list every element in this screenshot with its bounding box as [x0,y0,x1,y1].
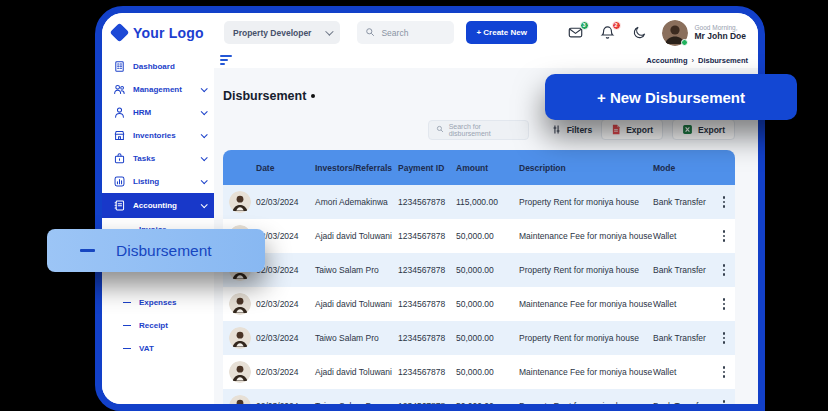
menu-toggle-icon[interactable] [218,53,234,66]
inventories-icon [113,129,126,142]
cell-investor: Ajadi david Toluwani [315,367,398,377]
greeting-text: Good Morning, [695,24,746,31]
row-actions-kebab-icon[interactable] [713,261,735,278]
table-row[interactable]: 02/03/2024Taiwo Salam Pro123456787850,00… [223,389,735,411]
breadcrumb-separator: › [691,56,694,65]
cell-amount: 115,000.00 [456,197,519,207]
column-header-date: Date [256,163,315,173]
filters-button[interactable]: Filters [551,119,593,140]
table-row[interactable]: 02/03/2024Ajadi david Toluwani1234567878… [223,287,735,321]
cell-mode: Bank Transfer [653,197,713,207]
create-new-button[interactable]: + Create New [466,21,536,44]
accounting-icon [113,199,126,212]
sidebar-item-management[interactable]: Management [102,78,214,101]
investor-avatar [229,293,251,315]
table-row[interactable]: 02/03/2024Taiwo Salam Pro123456787850,00… [223,321,735,355]
cell-date: 02/03/2024 [256,299,315,309]
table-row[interactable]: 02/03/2024Ajadi david Toluwani1234567878… [223,355,735,389]
cell-date: 02/03/2024 [256,401,315,411]
organization-select-value: Property Developer [233,28,311,38]
chevron-down-icon [201,85,208,92]
row-actions-kebab-icon[interactable] [713,193,735,210]
cell-payment-id: 1234567878 [398,401,456,411]
chevron-down-icon [201,177,208,184]
page-title: Disbursement [223,89,306,103]
global-search-input[interactable]: Search [357,21,454,44]
sidebar-item-listing[interactable]: Listing [102,170,214,193]
row-actions-kebab-icon[interactable] [713,227,735,244]
table-row[interactable]: 02/03/2024Amori Ademakinwa1234567878115,… [223,185,735,219]
table-body: 02/03/2024Amori Ademakinwa1234567878115,… [223,185,735,411]
topbar: Your Logo Property Developer Search + Cr… [102,13,758,52]
management-icon [113,83,126,96]
callout-dash-icon [80,249,95,251]
listing-icon [113,175,126,188]
export-pdf-button[interactable]: Export [601,119,663,140]
dashboard-icon [113,60,126,73]
user-menu[interactable]: Good Morning, Mr John Doe [662,20,746,46]
row-actions-kebab-icon[interactable] [713,363,735,380]
title-dot [311,94,315,98]
cell-date: 02/03/2024 [256,197,315,207]
row-actions-kebab-icon[interactable] [713,329,735,346]
row-actions-kebab-icon[interactable] [713,397,735,411]
new-disbursement-button[interactable]: + New Disbursement [545,74,797,120]
cell-investor: Taiwo Salam Pro [315,401,398,411]
cell-date: 02/03/2024 [256,265,315,275]
main-strip: Accounting › Disbursement [214,52,758,68]
table-header-row: DateInvestors/ReferralsPayment IDAmountD… [223,150,735,185]
moon-icon [632,25,647,40]
disbursement-search-placeholder: Search for disbursement [449,123,521,137]
disbursement-search-input[interactable]: Search for disbursement [428,120,529,140]
export-excel-button[interactable]: Export [672,119,735,140]
app-window: Your Logo Property Developer Search + Cr… [95,6,765,411]
cell-mode: Bank Transfer [653,333,713,343]
chevron-down-icon [201,131,208,138]
messages-badge: 3 [580,21,589,30]
sidebar-subitem-vat[interactable]: VAT [102,337,214,360]
cell-investor: Taiwo Salam Pro [315,333,398,343]
table-toolbar: Search for disbursement Filters Export [223,119,735,140]
app-logo[interactable]: Your Logo [112,25,224,41]
sidebar-disbursement-callout[interactable]: Disbursement [47,229,265,272]
pdf-file-icon [611,124,621,135]
sidebar-item-inventories[interactable]: Inventories [102,124,214,147]
sidebar-item-accounting[interactable]: Accounting [102,193,214,218]
breadcrumb-disbursement[interactable]: Disbursement [698,56,748,65]
investor-avatar [229,327,251,349]
breadcrumb: Accounting › Disbursement [646,56,748,65]
row-actions-kebab-icon[interactable] [713,295,735,312]
sidebar-subitem-expenses[interactable]: Expenses [102,291,214,314]
sidebar-subitem-receipt[interactable]: Receipt [102,314,214,337]
organization-select[interactable]: Property Developer [224,21,340,44]
notifications-button[interactable]: 2 [600,25,616,41]
user-name: Mr John Doe [695,31,746,41]
table-row[interactable]: 02/03/2024Taiwo Salam Pro123456787850,00… [223,253,735,287]
dash-icon [123,348,131,350]
cell-payment-id: 1234567878 [398,299,456,309]
sidebar-item-tasks[interactable]: Tasks [102,147,214,170]
chevron-down-icon [201,108,208,115]
cell-description: Maintenance Fee for moniya house [519,367,653,377]
stage: Your Logo Property Developer Search + Cr… [0,0,828,411]
dash-icon [123,302,131,304]
breadcrumb-accounting[interactable]: Accounting [646,56,687,65]
global-search-placeholder: Search [381,28,408,38]
sidebar-item-hrm[interactable]: HRM [102,101,214,124]
logo-diamond-icon [110,23,130,43]
messages-button[interactable]: 3 [568,25,584,41]
cell-mode: Wallet [653,299,713,309]
cell-payment-id: 1234567878 [398,265,456,275]
table-row[interactable]: 02/03/2024Ajadi david Toluwani1234567878… [223,219,735,253]
column-header-payment-id: Payment ID [398,163,456,173]
investor-avatar [229,361,251,383]
cell-mode: Bank Transfer [653,265,713,275]
dark-mode-toggle[interactable] [632,25,648,41]
column-header-description: Description [519,163,653,173]
sidebar-item-dashboard[interactable]: Dashboard [102,55,214,78]
cell-amount: 50,000.00 [456,333,519,343]
cell-description: Property Rent for moniya house [519,401,653,411]
user-avatar [662,20,688,46]
hrm-icon [113,106,126,119]
sidebar: DashboardManagementHRMInventoriesTasksLi… [102,52,214,404]
